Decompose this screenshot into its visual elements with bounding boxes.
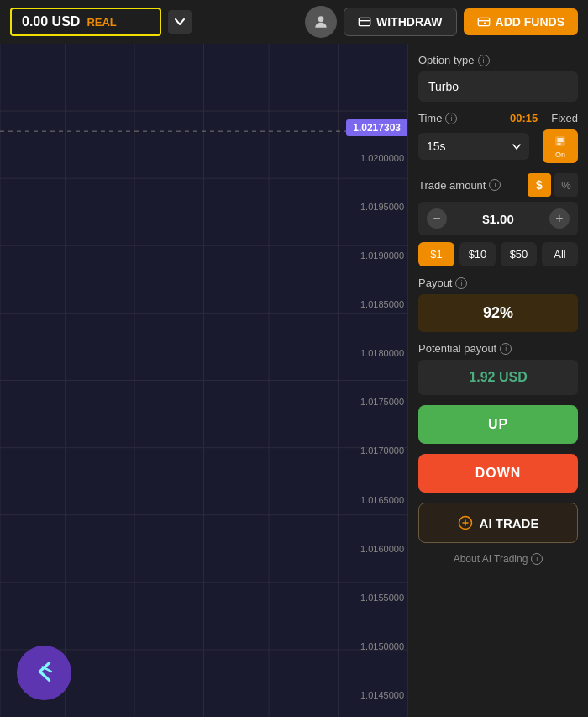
dollar-mode-button[interactable]: $ — [528, 173, 551, 197]
payout-value: 92% — [418, 294, 578, 332]
quick-amounts-row: $1 $10 $50 All — [418, 242, 578, 266]
payout-label: Payout i — [418, 277, 578, 289]
main-area: 1.0217303 1.0200000 1.0195000 1.0190000 … — [0, 44, 588, 717]
price-tick-10: 1.0155000 — [344, 593, 404, 603]
about-ai-info-icon[interactable]: i — [531, 553, 543, 565]
price-scale: 1.0200000 1.0195000 1.0190000 1.0185000 … — [340, 153, 407, 717]
price-tick-12: 1.0145000 — [344, 690, 404, 700]
header: 0.00 USD REAL WITHDRAW ADD FUNDS — [0, 0, 588, 44]
about-ai-label: About AI Trading — [454, 553, 528, 565]
avatar-button[interactable] — [305, 6, 337, 38]
price-tick-1: 1.0200000 — [344, 153, 404, 163]
payout-section: Payout i 92% — [418, 277, 578, 332]
svg-point-0 — [318, 16, 324, 22]
price-tick-6: 1.0175000 — [344, 397, 404, 407]
balance-dropdown[interactable] — [168, 10, 192, 34]
quick-amount-1[interactable]: $1 — [418, 242, 454, 266]
current-price-label: 1.0217303 — [346, 119, 407, 136]
trade-amount-section: Trade amount i $ % − $1.00 + $1 $10 $50 … — [418, 173, 578, 266]
potential-payout-value: 1.92 USD — [418, 360, 578, 395]
time-info-icon[interactable]: i — [445, 113, 457, 124]
up-button[interactable]: UP — [418, 405, 578, 444]
balance-amount: 0.00 USD — [22, 14, 80, 29]
ai-trade-label: AI TRADE — [480, 516, 539, 530]
add-funds-button[interactable]: ADD FUNDS — [464, 8, 578, 35]
price-tick-3: 1.0190000 — [344, 250, 404, 261]
percent-mode-button[interactable]: % — [554, 173, 578, 197]
quick-amount-10[interactable]: $10 — [459, 242, 496, 266]
price-tick-4: 1.0185000 — [344, 299, 404, 309]
price-tick-2: 1.0195000 — [344, 202, 404, 212]
potential-payout-label: Potential payout i — [418, 342, 578, 355]
option-type-info-icon[interactable]: i — [478, 55, 490, 66]
down-button[interactable]: DOWN — [418, 454, 578, 493]
balance-box[interactable]: 0.00 USD REAL — [10, 8, 161, 36]
about-ai-trading[interactable]: About AI Trading i — [418, 553, 578, 565]
withdraw-button[interactable]: WITHDRAW — [344, 8, 457, 36]
svg-rect-3 — [478, 18, 489, 25]
time-countdown: 00:15 — [510, 112, 538, 124]
price-tick-11: 1.0150000 — [344, 641, 404, 651]
amount-value: $1.00 — [454, 212, 543, 226]
option-type-value[interactable]: Turbo — [418, 71, 578, 102]
quick-amount-all[interactable]: All — [542, 242, 578, 266]
price-tick-5: 1.0180000 — [344, 348, 404, 358]
fixed-label: Fixed — [551, 112, 578, 124]
decrease-amount-button[interactable]: − — [427, 208, 447, 229]
price-tick-7: 1.0170000 — [344, 445, 404, 456]
chart-area: 1.0217303 1.0200000 1.0195000 1.0190000 … — [0, 44, 407, 717]
price-tick-8: 1.0165000 — [344, 495, 404, 505]
logo-icon — [28, 655, 61, 692]
balance-type: REAL — [87, 16, 116, 29]
fixed-toggle-on-label: On — [555, 150, 565, 159]
payout-info-icon[interactable]: i — [455, 277, 467, 289]
trade-amount-info-icon[interactable]: i — [489, 179, 501, 191]
right-panel: Option type i Turbo Time i 00:15 Fixed 1… — [407, 44, 588, 717]
time-select-value: 15s — [427, 140, 446, 153]
ai-trade-icon — [458, 515, 473, 530]
time-select[interactable]: 15s — [418, 133, 529, 160]
amount-input-row: − $1.00 + — [418, 202, 578, 235]
potential-info-icon[interactable]: i — [500, 343, 512, 355]
option-type-label: Option type i — [418, 54, 578, 66]
price-tick-9: 1.0160000 — [344, 544, 404, 554]
add-funds-label: ADD FUNDS — [496, 15, 564, 29]
time-label-row: Time i 00:15 Fixed — [418, 112, 578, 124]
trade-amount-label: Trade amount i — [418, 179, 501, 192]
logo-button[interactable] — [17, 646, 71, 700]
time-section: Time i 00:15 Fixed 15s — [418, 112, 578, 163]
ai-trade-button[interactable]: AI TRADE — [418, 503, 578, 543]
quick-amount-50[interactable]: $50 — [501, 242, 537, 266]
increase-amount-button[interactable]: + — [549, 208, 570, 229]
option-type-section: Option type i Turbo — [418, 54, 578, 102]
svg-rect-1 — [359, 18, 370, 25]
fixed-toggle[interactable]: On — [543, 129, 578, 163]
withdraw-label: WITHDRAW — [376, 15, 443, 29]
potential-payout-section: Potential payout i 1.92 USD — [418, 342, 578, 395]
